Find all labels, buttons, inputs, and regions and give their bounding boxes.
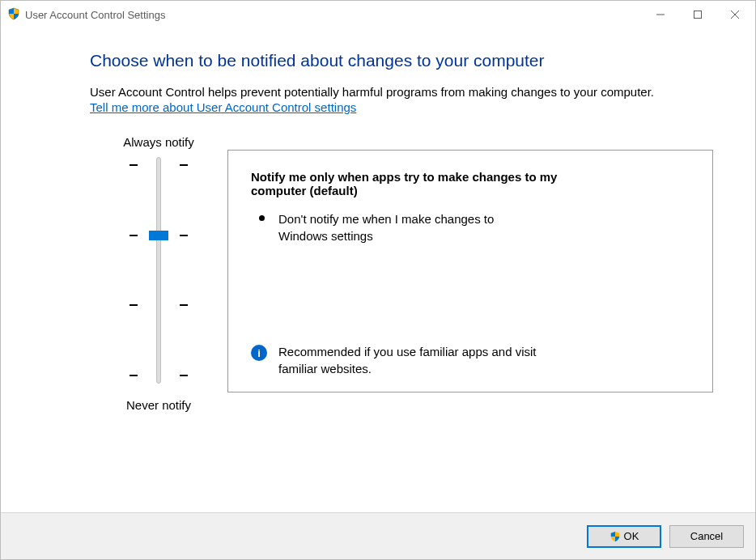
panel-bullets: Don't notify me when I make changes to W… <box>251 210 690 244</box>
slider-tick <box>130 164 138 166</box>
learn-more-link[interactable]: Tell me more about User Account Control … <box>90 100 356 114</box>
titlebar: User Account Control Settings <box>1 1 755 28</box>
slider-tick <box>180 164 188 166</box>
slider-bottom-label: Never notify <box>90 398 227 412</box>
window-title: User Account Control Settings <box>25 9 165 21</box>
svg-rect-1 <box>694 11 702 19</box>
uac-shield-icon <box>7 7 20 23</box>
ok-button-label: OK <box>624 530 639 542</box>
panel-recommendation: i Recommended if you use familiar apps a… <box>251 327 575 377</box>
footer: OK Cancel <box>1 512 755 559</box>
panel-title: Notify me only when apps try to make cha… <box>251 170 559 197</box>
page-heading: Choose when to be notified about changes… <box>90 51 713 70</box>
page-description: User Account Control helps prevent poten… <box>90 85 713 99</box>
window: User Account Control Settings Choose whe… <box>0 0 756 560</box>
slider-tick <box>180 235 188 236</box>
cancel-button-label: Cancel <box>690 530 723 542</box>
slider-tick <box>180 375 188 376</box>
minimize-button[interactable] <box>642 2 679 27</box>
maximize-button[interactable] <box>679 2 716 27</box>
slider-track <box>156 157 161 384</box>
slider-tick <box>180 304 188 306</box>
content-area: Choose when to be notified about changes… <box>1 28 755 512</box>
info-icon: i <box>251 345 267 361</box>
slider-tick <box>130 375 138 376</box>
details-panel: Notify me only when apps try to make cha… <box>227 150 713 392</box>
slider-tick <box>130 304 138 306</box>
panel-bullet-item: Don't notify me when I make changes to W… <box>251 210 542 244</box>
slider-top-label: Always notify <box>90 135 227 149</box>
cancel-button[interactable]: Cancel <box>669 525 744 548</box>
slider-tick <box>130 235 138 236</box>
notification-slider[interactable] <box>134 157 183 384</box>
ok-button[interactable]: OK <box>587 525 661 548</box>
slider-column: Always notify Never notify <box>90 135 227 412</box>
uac-shield-icon <box>609 531 621 542</box>
slider-thumb[interactable] <box>149 231 168 240</box>
panel-recommendation-text: Recommended if you use familiar apps and… <box>278 343 575 377</box>
close-button[interactable] <box>716 2 754 27</box>
